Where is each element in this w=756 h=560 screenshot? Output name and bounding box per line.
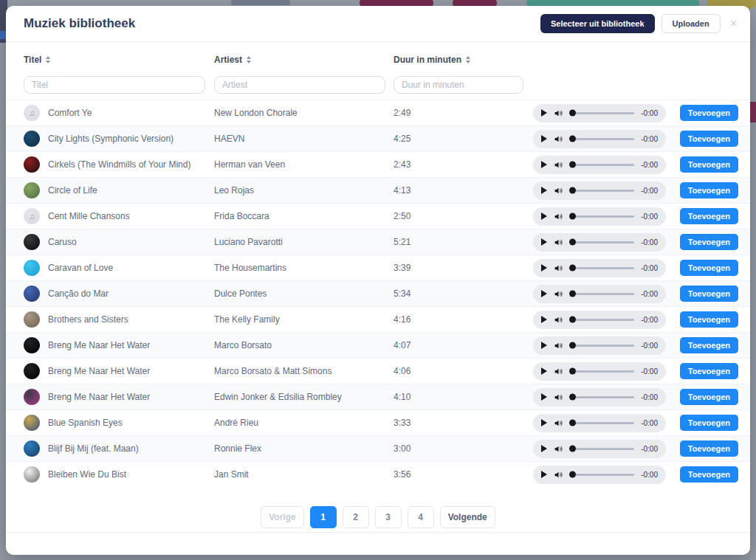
play-icon[interactable] xyxy=(541,316,547,323)
sort-icon[interactable] xyxy=(466,56,470,63)
seek-slider[interactable] xyxy=(570,422,634,424)
add-song-button[interactable]: Toevoegen xyxy=(680,156,738,173)
seek-slider[interactable] xyxy=(570,164,634,166)
seek-slider[interactable] xyxy=(570,138,634,140)
audio-player: -0:00 xyxy=(533,233,666,252)
play-icon[interactable] xyxy=(541,135,547,142)
slider-thumb[interactable] xyxy=(569,136,576,142)
pagination-page-3[interactable]: 3 xyxy=(375,506,402,528)
seek-slider[interactable] xyxy=(570,474,634,476)
select-from-library-button[interactable]: Selecteer uit bibliotheek xyxy=(540,14,655,33)
slider-thumb[interactable] xyxy=(569,110,576,117)
titel-filter-input[interactable] xyxy=(24,76,205,94)
add-song-button[interactable]: Toevoegen xyxy=(680,131,738,147)
column-header-artiest[interactable]: Artiest xyxy=(214,55,394,65)
volume-icon[interactable] xyxy=(554,418,563,428)
seek-slider[interactable] xyxy=(570,241,634,243)
volume-icon[interactable] xyxy=(554,186,563,196)
volume-icon[interactable] xyxy=(554,367,563,376)
play-icon[interactable] xyxy=(541,367,547,375)
play-icon[interactable] xyxy=(541,471,547,478)
sort-icon[interactable] xyxy=(247,56,251,63)
play-icon[interactable] xyxy=(541,238,547,246)
volume-icon[interactable] xyxy=(554,315,563,325)
slider-thumb[interactable] xyxy=(569,471,576,478)
slider-thumb[interactable] xyxy=(569,187,576,194)
slider-thumb[interactable] xyxy=(569,239,576,246)
volume-icon[interactable] xyxy=(554,341,563,350)
volume-icon[interactable] xyxy=(554,263,563,273)
slider-thumb[interactable] xyxy=(569,265,576,272)
seek-slider[interactable] xyxy=(570,345,634,347)
add-song-button[interactable]: Toevoegen xyxy=(680,337,738,353)
remaining-time: -0:00 xyxy=(641,316,658,324)
add-song-button[interactable]: Toevoegen xyxy=(680,440,738,457)
seek-slider[interactable] xyxy=(570,319,634,321)
pagination-page-2[interactable]: 2 xyxy=(343,506,369,528)
add-song-button[interactable]: Toevoegen xyxy=(680,260,738,276)
seek-slider[interactable] xyxy=(570,112,634,114)
volume-icon[interactable] xyxy=(554,444,563,454)
volume-icon[interactable] xyxy=(554,289,563,299)
song-title: Blijf Bij Mij (feat. Maan) xyxy=(48,443,139,454)
duur-filter-input[interactable] xyxy=(394,76,523,94)
slider-thumb[interactable] xyxy=(569,446,576,452)
song-title: Breng Me Naar Het Water xyxy=(48,340,150,350)
play-icon[interactable] xyxy=(541,264,547,272)
play-icon[interactable] xyxy=(541,445,547,452)
song-artist: André Rieu xyxy=(214,418,394,428)
seek-slider[interactable] xyxy=(570,215,634,218)
add-song-button[interactable]: Toevoegen xyxy=(680,466,738,483)
add-song-button[interactable]: Toevoegen xyxy=(680,208,738,224)
add-song-button[interactable]: Toevoegen xyxy=(680,182,738,198)
add-song-button[interactable]: Toevoegen xyxy=(680,234,738,250)
pagination-page-1[interactable]: 1 xyxy=(310,506,337,528)
slider-thumb[interactable] xyxy=(569,394,576,401)
volume-icon[interactable] xyxy=(554,160,563,170)
slider-thumb[interactable] xyxy=(569,317,576,323)
volume-icon[interactable] xyxy=(554,108,563,118)
table-row: Blue Spanish Eyes André Rieu 3:33 -0:00 … xyxy=(6,409,750,435)
add-song-button[interactable]: Toevoegen xyxy=(680,105,738,121)
audio-player: -0:00 xyxy=(533,466,666,484)
add-song-button[interactable]: Toevoegen xyxy=(680,389,738,405)
upload-button[interactable]: Uploaden xyxy=(662,14,721,33)
play-icon[interactable] xyxy=(541,342,547,349)
column-header-duur[interactable]: Duur in minuten xyxy=(394,55,533,65)
slider-thumb[interactable] xyxy=(569,162,576,168)
artiest-filter-input[interactable] xyxy=(214,76,385,94)
slider-thumb[interactable] xyxy=(569,368,576,375)
add-song-button[interactable]: Toevoegen xyxy=(680,363,738,379)
volume-icon[interactable] xyxy=(554,393,563,402)
slider-thumb[interactable] xyxy=(569,291,576,297)
column-header-titel[interactable]: Titel xyxy=(24,55,214,65)
play-icon[interactable] xyxy=(541,187,547,194)
play-icon[interactable] xyxy=(541,161,547,168)
close-icon[interactable]: × xyxy=(727,16,740,31)
add-song-button[interactable]: Toevoegen xyxy=(680,311,738,328)
add-song-button[interactable]: Toevoegen xyxy=(680,415,738,431)
seek-slider[interactable] xyxy=(570,448,634,450)
add-song-button[interactable]: Toevoegen xyxy=(680,286,738,302)
play-icon[interactable] xyxy=(541,290,547,297)
seek-slider[interactable] xyxy=(570,267,634,269)
volume-icon[interactable] xyxy=(554,238,563,247)
volume-icon[interactable] xyxy=(554,212,563,221)
slider-thumb[interactable] xyxy=(569,213,576,220)
sort-icon[interactable] xyxy=(46,56,50,63)
seek-slider[interactable] xyxy=(570,190,634,192)
song-artist: Jan Smit xyxy=(214,469,394,480)
seek-slider[interactable] xyxy=(570,370,634,373)
volume-icon[interactable] xyxy=(554,134,563,144)
seek-slider[interactable] xyxy=(570,293,634,295)
volume-icon[interactable] xyxy=(554,470,563,480)
pagination-next-button[interactable]: Volgende xyxy=(440,506,495,528)
play-icon[interactable] xyxy=(541,419,547,426)
play-icon[interactable] xyxy=(541,212,547,220)
pagination-page-4[interactable]: 4 xyxy=(408,506,434,528)
play-icon[interactable] xyxy=(541,393,547,401)
seek-slider[interactable] xyxy=(570,396,634,398)
slider-thumb[interactable] xyxy=(569,342,576,349)
slider-thumb[interactable] xyxy=(569,420,576,426)
play-icon[interactable] xyxy=(541,109,547,117)
